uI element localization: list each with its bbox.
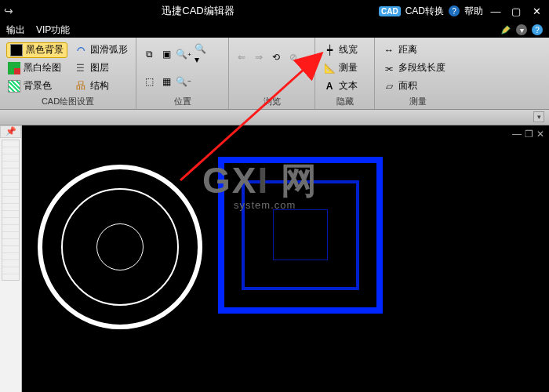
ribbon: 黑色背景 黑白绘图 背景色 ◠ 圆滑弧形 ☰ 图层: [0, 38, 549, 110]
cad-badge-icon: CAD: [379, 6, 401, 16]
pan-icon[interactable]: ⬚: [143, 75, 155, 88]
maximize-button[interactable]: ▢: [508, 5, 524, 17]
ribbon-group-position: ⧉ ▣ 🔍+ 🔍▾ ⬚ ▦ 🔍− 位置: [136, 38, 229, 109]
title-bar: ↪ 迅捷CAD编辑器 CAD CAD转换 ? 帮助 — ▢ ✕: [0, 0, 549, 22]
group-label-position: 位置: [143, 95, 222, 107]
structure-button[interactable]: 品 结构: [73, 78, 129, 94]
smooth-arc-label: 圆滑弧形: [90, 43, 128, 56]
area-button[interactable]: ▱ 面积: [381, 78, 455, 94]
nav-forward-icon[interactable]: ⇒: [253, 51, 265, 64]
bg-color-icon: [8, 80, 20, 93]
tool-dot-1[interactable]: ▾: [516, 24, 527, 35]
area-icon: ▱: [383, 80, 395, 93]
nav-back-icon[interactable]: ⇐: [235, 51, 248, 64]
ribbon-footer-strip: ▾: [0, 110, 549, 125]
canvas-restore-icon[interactable]: ❐: [525, 129, 533, 140]
measure-label: 测量: [339, 61, 358, 74]
lineweight-label: 线宽: [339, 43, 358, 56]
menu-bar: 输出 VIP功能 ▾ ?: [0, 22, 549, 38]
black-bg-button[interactable]: 黑色背景: [6, 42, 67, 58]
bw-draw-button[interactable]: 黑白绘图: [6, 60, 67, 76]
nav-refresh-icon[interactable]: ⟲: [270, 51, 282, 64]
fit-icon[interactable]: ▦: [160, 75, 173, 88]
area-label: 面积: [398, 79, 417, 93]
help-icon: ?: [449, 5, 460, 16]
bw-draw-label: 黑白绘图: [24, 61, 61, 74]
nav-stop-icon[interactable]: ⊘: [287, 51, 300, 64]
pin-icon[interactable]: 📌: [0, 125, 21, 138]
lineweight-icon: ┿: [323, 44, 336, 56]
group-label-browse: 浏览: [235, 95, 308, 107]
help-button[interactable]: 帮助: [464, 5, 483, 18]
shape-square-inner[interactable]: [273, 209, 328, 260]
ribbon-group-measure: ↔ 距离 ⫘ 多段线长度 ▱ 面积 测量: [375, 38, 461, 109]
workspace: 📌 — ❐ ✕ GXI 网 system.com: [0, 125, 549, 392]
menu-output[interactable]: 输出: [6, 24, 25, 37]
text-icon: A: [323, 80, 336, 93]
smooth-arc-button[interactable]: ◠ 圆滑弧形: [73, 42, 129, 58]
group-label-hide: 隐藏: [322, 95, 368, 107]
text-label: 文本: [339, 79, 358, 93]
polyline-length-label: 多段线长度: [398, 61, 445, 74]
ribbon-collapse-toggle[interactable]: ▾: [533, 111, 544, 122]
shape-circle-inner[interactable]: [96, 223, 144, 270]
edit-pen-icon[interactable]: [500, 24, 511, 35]
measure-icon: 📐: [323, 62, 336, 74]
polyline-length-icon: ⫘: [383, 62, 395, 74]
minimize-button[interactable]: —: [488, 5, 504, 17]
distance-icon: ↔: [383, 44, 395, 56]
cad-convert-button[interactable]: CAD转换: [405, 5, 444, 18]
distance-label: 距离: [398, 43, 417, 56]
app-title: 迅捷CAD编辑器: [17, 4, 379, 18]
zoom-out-icon[interactable]: 🔍−: [177, 75, 190, 88]
polyline-length-button[interactable]: ⫘ 多段线长度: [381, 60, 455, 76]
lineweight-button[interactable]: ┿ 线宽: [322, 42, 368, 58]
layer-label: 图层: [90, 61, 109, 74]
drawing-canvas[interactable]: — ❐ ✕ GXI 网 system.com: [22, 125, 549, 392]
layer-icon: ☰: [75, 62, 87, 74]
distance-button[interactable]: ↔ 距离: [381, 42, 455, 58]
ribbon-group-hide: ┿ 线宽 📐 测量 A 文本 隐藏: [315, 38, 375, 109]
text-button[interactable]: A 文本: [322, 78, 368, 94]
left-panel: 📌: [0, 125, 22, 392]
ribbon-group-cad-settings: 黑色背景 黑白绘图 背景色 ◠ 圆滑弧形 ☰ 图层: [0, 38, 136, 109]
layer-button[interactable]: ☰ 图层: [73, 60, 129, 76]
canvas-minimize-icon[interactable]: —: [512, 129, 522, 140]
redo-icon[interactable]: ↪: [0, 5, 17, 17]
canvas-close-icon[interactable]: ✕: [536, 129, 544, 140]
smooth-arc-icon: ◠: [75, 44, 87, 56]
black-bg-label: 黑色背景: [26, 43, 64, 56]
structure-icon: 品: [75, 80, 87, 93]
group-label-cad-settings: CAD绘图设置: [6, 95, 129, 107]
tool-help-icon[interactable]: ?: [532, 24, 543, 35]
group-label-measure: 测量: [381, 95, 455, 107]
measure-button[interactable]: 📐 测量: [322, 60, 368, 76]
structure-label: 结构: [90, 79, 109, 93]
zoom-in-icon[interactable]: 🔍+: [177, 48, 190, 60]
menu-vip[interactable]: VIP功能: [36, 24, 70, 37]
black-bg-icon: [10, 44, 23, 56]
zoom-dropdown-icon[interactable]: 🔍▾: [195, 48, 207, 60]
ribbon-group-browse: ⇐ ⇒ ⟲ ⊘ 浏览: [229, 38, 315, 109]
bw-draw-icon: [8, 62, 20, 74]
close-button[interactable]: ✕: [529, 5, 544, 17]
zoom-extents-icon[interactable]: ▣: [160, 48, 173, 60]
bg-color-button[interactable]: 背景色: [6, 78, 67, 94]
vertical-ruler: [2, 140, 20, 281]
zoom-window-icon[interactable]: ⧉: [143, 48, 155, 60]
bg-color-label: 背景色: [24, 79, 52, 93]
